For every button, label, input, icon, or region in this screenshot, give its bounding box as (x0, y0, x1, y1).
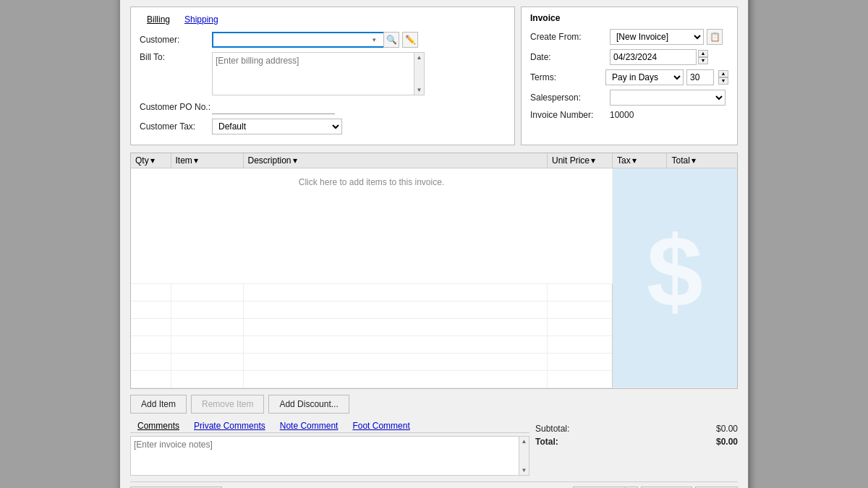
customer-edit-button[interactable]: ✏️ (402, 32, 418, 48)
table-header-row: Qty▾ Item▾ Description▾ Unit Price▾ Tax▾ (131, 153, 737, 168)
terms-spinner: ▲ ▼ (718, 70, 728, 85)
items-table: Qty▾ Item▾ Description▾ Unit Price▾ Tax▾ (131, 153, 737, 388)
tab-shipping[interactable]: Shipping (177, 13, 226, 26)
customer-label: Customer: (140, 35, 212, 45)
empty-message: Click here to add items to this invoice. (131, 168, 613, 283)
billing-tabs: Billing Shipping (140, 13, 506, 26)
total-value: $0.00 (716, 437, 738, 447)
table-empty-row[interactable]: Click here to add items to this invoice.… (131, 168, 737, 283)
billing-panel: Billing Shipping Customer: ▾ 🔍 ✏️ (130, 7, 515, 145)
window-body: Billing Shipping Customer: ▾ 🔍 ✏️ (120, 0, 748, 488)
tax-empty-cell: $ (613, 168, 738, 388)
tab-note-comment[interactable]: Note Comment (273, 419, 346, 432)
customer-input-group: ▾ 🔍 ✏️ (212, 32, 418, 48)
col-header-qty[interactable]: Qty▾ (131, 153, 171, 168)
terms-group: Pay in Days ▲ ▼ (605, 69, 728, 85)
watermark-svg: $ (617, 220, 733, 335)
tab-billing[interactable]: Billing (140, 13, 177, 26)
invoice-panel: Invoice Create From: [New Invoice] 📋 Dat… (521, 7, 738, 145)
date-row: Date: ▲ ▼ (530, 49, 728, 65)
customer-input[interactable] (212, 32, 386, 48)
customer-po-label: Customer PO No.: (140, 102, 212, 112)
subtotal-row: Subtotal: $0.00 (535, 422, 738, 435)
date-input[interactable] (610, 49, 697, 65)
bill-to-textarea[interactable] (213, 53, 414, 95)
bill-to-label: Bill To: (140, 52, 212, 62)
total-label: Total: (535, 437, 558, 447)
salesperson-select[interactable] (610, 90, 726, 106)
invoice-number-value: 10000 (610, 110, 634, 120)
subtotal-value: $0.00 (716, 424, 738, 434)
col-header-total[interactable]: Total▾ (667, 153, 737, 168)
add-discount-button[interactable]: Add Discount... (268, 395, 349, 414)
terms-days-input[interactable] (686, 69, 714, 85)
date-spinner: ▲ ▼ (698, 50, 708, 64)
footer-bar: Invoice Options... Record ▾ Cancel Help (130, 481, 738, 489)
tab-foot-comment[interactable]: Foot Comment (345, 419, 417, 432)
remove-item-button[interactable]: Remove Item (191, 395, 264, 414)
date-up-btn[interactable]: ▲ (698, 50, 708, 57)
comments-panel: Comments Private Comments Note Comment F… (130, 419, 529, 476)
terms-up-btn[interactable]: ▲ (718, 70, 728, 77)
create-from-row: Create From: [New Invoice] 📋 (530, 29, 728, 45)
customer-tax-label: Customer Tax: (140, 121, 212, 132)
invoice-number-label: Invoice Number: (530, 110, 610, 120)
subtotal-label: Subtotal: (535, 424, 569, 434)
scroll-up-arrow[interactable]: ▲ (417, 54, 422, 61)
terms-select[interactable]: Pay in Days (605, 69, 684, 85)
customer-po-row: Customer PO No.: (140, 100, 506, 114)
add-item-button[interactable]: Add Item (130, 395, 187, 414)
comment-textarea[interactable] (131, 437, 519, 475)
salesperson-label: Salesperson: (530, 93, 610, 103)
svg-text:$: $ (647, 220, 703, 328)
date-down-btn[interactable]: ▼ (698, 57, 708, 64)
comment-scroll-down[interactable]: ▼ (522, 467, 527, 474)
comment-scroll-up[interactable]: ▲ (522, 438, 527, 445)
col-header-unit-price[interactable]: Unit Price▾ (548, 153, 613, 168)
comment-tabs: Comments Private Comments Note Comment F… (130, 419, 529, 433)
terms-down-btn[interactable]: ▼ (718, 77, 728, 85)
terms-label: Terms: (530, 72, 605, 82)
customer-lookup-button[interactable]: 🔍 (383, 32, 399, 48)
top-section: Billing Shipping Customer: ▾ 🔍 ✏️ (130, 7, 738, 145)
create-from-button[interactable]: 📋 (707, 29, 723, 45)
salesperson-row: Salesperson: (530, 90, 728, 106)
terms-row: Terms: Pay in Days ▲ ▼ (530, 69, 728, 85)
bill-to-row: Bill To: ▲ ▼ (140, 52, 506, 95)
invoice-section-label: Invoice (530, 13, 728, 23)
items-section: Qty▾ Item▾ Description▾ Unit Price▾ Tax▾ (130, 153, 738, 389)
tab-comments[interactable]: Comments (130, 419, 187, 432)
col-header-description[interactable]: Description▾ (243, 153, 548, 168)
customer-tax-select[interactable]: Default (212, 119, 342, 134)
bottom-section: Comments Private Comments Note Comment F… (130, 419, 738, 476)
bill-to-area: ▲ ▼ (212, 52, 425, 95)
create-from-label: Create From: (530, 32, 610, 42)
bill-to-scrollbar: ▲ ▼ (414, 53, 424, 95)
customer-po-input[interactable] (212, 100, 335, 114)
invoice-number-row: Invoice Number: 10000 (530, 110, 728, 120)
main-window: 📄 New Invoice — □ ✕ Billing Shipping Cus… (119, 0, 749, 488)
items-actions: Add Item Remove Item Add Discount... (130, 395, 738, 414)
create-from-select[interactable]: [New Invoice] (610, 29, 704, 45)
scroll-down-arrow[interactable]: ▼ (417, 87, 422, 93)
totals-panel: Subtotal: $0.00 Total: $0.00 (535, 419, 738, 476)
col-header-tax[interactable]: Tax▾ (613, 153, 667, 168)
total-row: Total: $0.00 (535, 435, 738, 448)
comment-area: ▲ ▼ (130, 436, 529, 476)
customer-row: Customer: ▾ 🔍 ✏️ (140, 32, 506, 48)
col-header-item[interactable]: Item▾ (171, 153, 243, 168)
comment-scrollbar: ▲ ▼ (519, 437, 529, 475)
date-label: Date: (530, 52, 610, 62)
tab-private-comments[interactable]: Private Comments (187, 419, 273, 432)
customer-tax-row: Customer Tax: Default (140, 119, 506, 134)
